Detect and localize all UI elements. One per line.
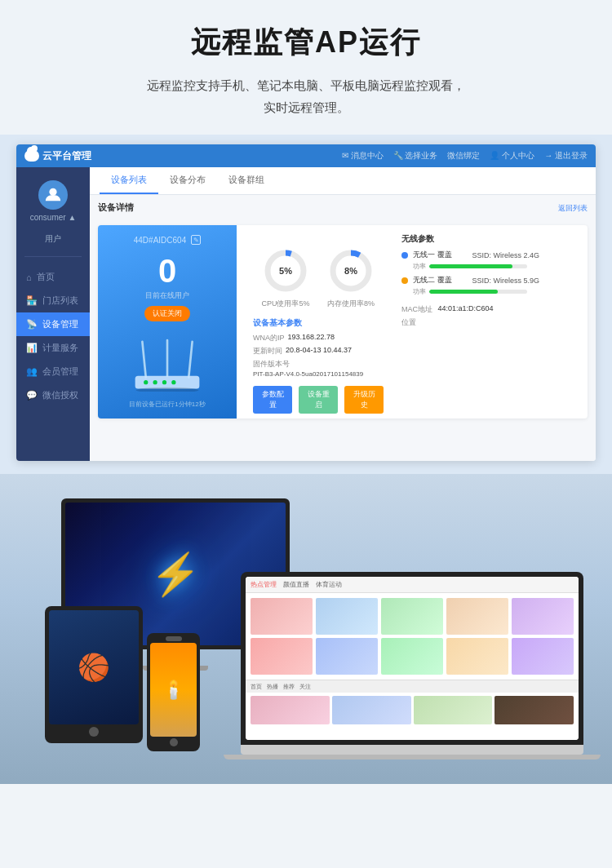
phone-screen: 🕯️	[150, 643, 197, 737]
sidebar-item-billing[interactable]: 📊 计量服务	[16, 336, 90, 360]
laptop-content: 热点管理 颜值直播 体育运动	[246, 577, 579, 740]
upgrade-button[interactable]: 升级历史	[344, 386, 384, 414]
device-uptime: 目前设备已运行1分钟12秒	[129, 400, 205, 409]
device-showcase: ⚡ 热点管理 颜值直播 体育运动	[29, 498, 583, 760]
sidebar-item-wechat[interactable]: 💬 微信授权	[16, 383, 90, 407]
tab-bar: 设备列表 设备分布 设备群组	[90, 167, 596, 195]
config-button[interactable]: 参数配置	[253, 386, 292, 414]
svg-point-8	[171, 380, 175, 384]
laptop-screen-wrapper: 热点管理 颜值直播 体育运动	[241, 572, 583, 745]
param-location: 位置	[401, 317, 578, 328]
action-buttons: 参数配置 设备重启 升级历史	[253, 386, 384, 414]
wireless-strength-2: 功率	[413, 287, 578, 296]
online-label: 目前在线用户	[145, 290, 189, 301]
game-character-icon: ⚡	[150, 551, 201, 598]
svg-line-3	[188, 342, 192, 378]
thumb-11	[251, 696, 330, 724]
tab-device-map[interactable]: 设备分布	[158, 167, 217, 194]
sidebar-item-home[interactable]: ⌂ 首页	[16, 265, 90, 289]
avatar	[38, 180, 68, 210]
thumb-6	[251, 638, 313, 675]
wireless-row-2: 无线二 覆盖 SSID: Wireless 5.9G	[401, 275, 578, 286]
svg-line-1	[142, 342, 145, 378]
cpu-label: 5%	[279, 266, 292, 276]
phone: 🕯️	[147, 633, 200, 751]
topbar-nav[interactable]: ✉ 消息中心 🔧 选择业务 微信绑定 👤 个人中心 → 退出登录	[342, 150, 588, 162]
tab-device-list[interactable]: 设备列表	[100, 167, 158, 194]
sidebar-item-members[interactable]: 👥 会员管理	[16, 360, 90, 383]
mem-label: 8%	[344, 266, 357, 276]
nav-messages[interactable]: ✉ 消息中心	[342, 150, 384, 162]
cpu-mem-charts: 5% CPU使用率5%	[253, 235, 384, 309]
thumb-13	[414, 696, 493, 724]
user-label: 用户	[45, 233, 61, 245]
progress-fill-2	[429, 290, 498, 294]
nav-profile[interactable]: 👤 个人中心	[490, 150, 534, 162]
svg-point-0	[49, 188, 56, 196]
tablet: 🏀	[45, 606, 143, 743]
wireless-row-1: 无线一 覆盖 SSID: Wireless 2.4G	[401, 250, 578, 260]
laptop-thumb-grid	[246, 593, 579, 680]
laptop-nav-bar: 热点管理 颜值直播 体育运动	[246, 577, 579, 593]
page-title: 远程监管AP运行	[16, 23, 596, 63]
firmware-value: PIT-B3-AP-V4.0-5ua02017101154839	[253, 370, 384, 378]
nav-services[interactable]: 🔧 选择业务	[393, 150, 438, 162]
phone-screen-icon: 🕯️	[162, 680, 184, 701]
thumb-5	[512, 598, 574, 635]
nav-wechat[interactable]: 微信绑定	[447, 150, 480, 162]
param-firmware: 固件版本号	[253, 359, 384, 370]
tablet-screen-wrapper: 🏀	[45, 606, 143, 743]
device-detail-card: 44D#AIDC604 ✎ 0 目前在线用户 认证关闭	[98, 225, 588, 418]
params-title: 设备基本参数	[253, 317, 384, 329]
thumb-3	[381, 598, 443, 635]
device-right-panel: 无线参数 无线一 覆盖 SSID: Wireless 2.4G	[392, 225, 588, 418]
router-image	[122, 334, 212, 392]
laptop-nav-tab-1: 热点管理	[251, 580, 277, 589]
cloud-logo-icon	[24, 150, 39, 162]
svg-point-7	[162, 380, 166, 384]
cpu-caption: CPU使用率5%	[261, 299, 309, 309]
online-count: 0	[158, 255, 176, 287]
laptop-second-nav: 首页热播推荐关注	[246, 680, 579, 693]
phone-home-button	[170, 738, 178, 746]
param-wna-ip: WNA的IP 193.168.22.78	[253, 333, 384, 343]
mac-location: MAC地址 44:01:a1:D:C604 位置	[401, 304, 578, 328]
tablet-home-button	[89, 727, 99, 737]
dashboard-body: consumer ▲ 用户 ⌂ 首页 🏪 门店列表 📡 设备管理	[16, 167, 596, 461]
reset-button[interactable]: 设备重启	[299, 386, 338, 414]
thumb-7	[316, 638, 378, 675]
progress-bar-2	[429, 290, 527, 294]
laptop-screen: 热点管理 颜值直播 体育运动	[246, 577, 579, 740]
cpu-chart: 5% CPU使用率5%	[261, 246, 310, 309]
phone-screen-content: 🕯️	[150, 643, 197, 737]
laptop: 热点管理 颜值直播 体育运动	[241, 572, 583, 760]
subtitle: 远程监控支持手机、笔记本电脑、平板电脑远程监控观看， 实时远程管理。	[16, 74, 596, 118]
laptop-thumb-grid-2	[246, 693, 579, 728]
sidebar-item-stores[interactable]: 🏪 门店列表	[16, 289, 90, 312]
wireless-title: 无线参数	[401, 233, 578, 245]
wireless-name-1: 无线一 覆盖	[413, 250, 456, 260]
phone-wrapper: 🕯️	[147, 633, 200, 751]
thumb-8	[381, 638, 443, 675]
topbar: 云平台管理 ✉ 消息中心 🔧 选择业务 微信绑定 👤 个人中心 → 退出登录	[16, 144, 596, 167]
wireless-ssid-2: SSID: Wireless 5.9G	[472, 277, 540, 285]
edit-icon[interactable]: ✎	[191, 235, 201, 245]
thumb-14	[494, 696, 574, 724]
mem-donut: 8%	[326, 246, 375, 295]
thumb-12	[332, 696, 411, 724]
param-update-time: 更新时间 20.8-04-13 10.44.37	[253, 346, 384, 356]
nav-logout[interactable]: → 退出登录	[544, 150, 588, 162]
laptop-nav-tab-3: 体育运动	[316, 580, 342, 589]
basketball-icon: 🏀	[78, 652, 110, 683]
sidebar-item-devices[interactable]: 📡 设备管理	[16, 312, 90, 336]
wireless-dot-1	[401, 252, 408, 259]
back-link[interactable]: 返回列表	[558, 203, 588, 214]
basketball-screen: 🏀	[49, 610, 139, 724]
store-icon: 🏪	[26, 295, 38, 306]
promo-section: ⚡ 热点管理 颜值直播 体育运动	[0, 474, 612, 784]
wechat-icon: 💬	[26, 390, 38, 401]
mem-caption: 内存使用率8%	[327, 299, 375, 309]
topbar-brand: 云平台管理	[24, 149, 91, 163]
billing-icon: 📊	[26, 343, 38, 353]
tab-device-group[interactable]: 设备群组	[217, 167, 276, 194]
